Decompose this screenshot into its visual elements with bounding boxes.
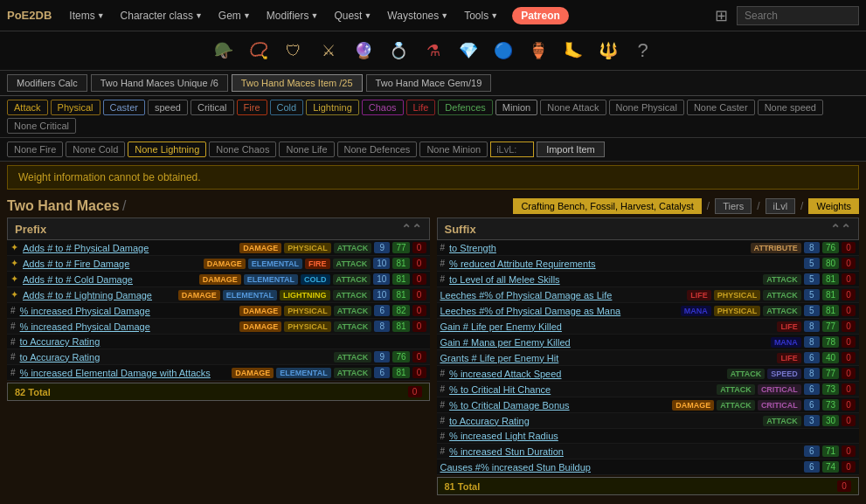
max-num: 77	[822, 321, 839, 332]
mod-name[interactable]: % increased Attack Speed	[449, 369, 724, 379]
tag-none-caster[interactable]: None Caster	[687, 100, 755, 115]
mod-name[interactable]: % reduced Attribute Requirements	[449, 259, 801, 269]
tag-none-life[interactable]: None Life	[279, 142, 334, 157]
table-row: Causes #% increased Stun Buildup 6 74 0	[437, 459, 860, 475]
mod-name[interactable]: Gain # Life per Enemy Killed	[440, 321, 775, 332]
mod-name[interactable]: Leeches #% of Physical Damage as Life	[440, 290, 685, 300]
hash-icon: #	[440, 400, 446, 410]
mod-name[interactable]: % increased Elemental Damage with Attack…	[20, 368, 230, 378]
mod-name[interactable]: % to Critical Hit Chance	[449, 384, 714, 395]
tag-life[interactable]: Life	[406, 100, 436, 115]
tag-fire[interactable]: Fire	[237, 100, 267, 115]
mod-name[interactable]: % increased Light Radius	[449, 431, 856, 441]
tag-lightning[interactable]: Lightning	[306, 100, 359, 115]
tag-critical[interactable]: Critical	[191, 100, 234, 115]
tag-none-chaos[interactable]: None Chaos	[209, 142, 276, 157]
tag-none-defences[interactable]: None Defences	[337, 142, 418, 157]
tag-physical[interactable]: Physical	[51, 100, 100, 115]
ctrl-ilvl[interactable]: iLvl	[766, 198, 796, 214]
import-item-button[interactable]: Import Item	[537, 142, 605, 157]
icon-question[interactable]: ?	[629, 37, 657, 65]
tag-none-critical[interactable]: None Critical	[7, 118, 76, 134]
mod-name[interactable]: Adds # to # Cold Damage	[23, 274, 197, 285]
badge-damage: DAMAGE	[204, 259, 246, 269]
tag-none-physical[interactable]: None Physical	[609, 100, 684, 115]
icon-ring[interactable]: 💍	[385, 37, 412, 65]
tag-none-minion[interactable]: None Minion	[419, 142, 488, 157]
mod-name[interactable]: Gain # Mana per Enemy Killed	[440, 337, 768, 348]
tag-minion[interactable]: Minion	[495, 100, 537, 115]
tag-defences[interactable]: Defences	[438, 100, 492, 115]
mod-name[interactable]: to Accuracy Rating	[449, 416, 760, 426]
patreon-button[interactable]: Patreon	[512, 7, 569, 24]
ilvl-input[interactable]	[490, 142, 534, 157]
hash-icon: #	[440, 416, 446, 425]
tab-gem[interactable]: Two Hand Mace Gem/19	[366, 74, 492, 92]
mod-name[interactable]: Causes #% increased Stun Buildup	[440, 462, 801, 473]
mod-name[interactable]: Adds # to # Fire Damage	[23, 259, 201, 269]
tier-num: 5	[804, 305, 820, 316]
tag-chaos[interactable]: Chaos	[362, 100, 404, 115]
mod-name[interactable]: Adds # to # Physical Damage	[23, 243, 237, 253]
tag-none-attack[interactable]: None Attack	[540, 100, 606, 115]
mod-name[interactable]: Leeches #% of Physical Damage as Mana	[440, 306, 678, 316]
ctrl-crafting[interactable]: Crafting Bench, Fossil, Harvest, Catalys…	[513, 198, 701, 214]
nav-quest[interactable]: Quest ▼	[329, 6, 377, 25]
icon-helm[interactable]: 🪖	[210, 37, 238, 65]
tag-speed[interactable]: speed	[148, 100, 188, 115]
tag-attack[interactable]: Attack	[7, 100, 48, 115]
tier-num: 6	[804, 399, 820, 411]
prefix-sort-icons[interactable]: ⌃⌃	[401, 222, 422, 236]
badge-damage: DAMAGE	[239, 306, 281, 316]
icon-flask[interactable]: ⚗	[419, 37, 447, 65]
zero-num: 0	[412, 321, 426, 332]
mod-name[interactable]: to Accuracy Rating	[20, 352, 331, 362]
nav-character-class[interactable]: Character class ▼	[115, 6, 208, 25]
ctrl-weights[interactable]: Weights	[808, 198, 859, 214]
tab-item[interactable]: Two Hand Maces Item /25	[232, 74, 363, 92]
tag-caster[interactable]: Caster	[103, 100, 145, 115]
table-row: # % reduced Attribute Requirements 5 80 …	[437, 256, 860, 272]
mod-name[interactable]: Grants # Life per Enemy Hit	[440, 353, 775, 363]
nav-waystones[interactable]: Waystones ▼	[382, 6, 454, 25]
mod-name[interactable]: % to Critical Damage Bonus	[449, 400, 669, 411]
tag-none-lightning[interactable]: None Lightning	[128, 142, 206, 157]
max-num: 74	[822, 461, 839, 473]
icon-sword[interactable]: ⚔	[315, 37, 343, 65]
icon-gem[interactable]: 💎	[454, 37, 482, 65]
tab-unique[interactable]: Two Hand Maces Unique /6	[91, 74, 228, 92]
mod-name[interactable]: Adds # to # Lightning Damage	[23, 290, 176, 300]
icon-rune[interactable]: 🔵	[489, 37, 517, 65]
icon-amulet[interactable]: 📿	[245, 37, 273, 65]
icon-boots[interactable]: 🦶	[559, 37, 587, 65]
mod-name[interactable]: to Strength	[449, 243, 747, 253]
tag-none-speed[interactable]: None speed	[758, 100, 823, 115]
ctrl-tiers[interactable]: Tiers	[715, 198, 752, 214]
mod-name[interactable]: to Accuracy Rating	[20, 336, 426, 347]
badge-attack: ATTACK	[334, 321, 372, 332]
nav-items[interactable]: Items ▼	[64, 6, 109, 25]
nav-modifiers[interactable]: Modifiers ▼	[261, 6, 324, 25]
tab-modifiers-calc[interactable]: Modifiers Calc	[7, 74, 87, 92]
language-icon[interactable]: ⊞	[715, 6, 728, 25]
icon-orb[interactable]: 🔮	[350, 37, 378, 65]
tag-none-cold[interactable]: None Cold	[66, 142, 125, 157]
mod-name[interactable]: % increased Physical Damage	[20, 321, 238, 332]
badge-physical: PHYSICAL	[284, 243, 331, 253]
nav-gem[interactable]: Gem ▼	[213, 6, 256, 25]
icon-shield[interactable]: 🛡	[280, 37, 308, 65]
badge-attack: ATTACK	[727, 369, 766, 379]
nav-tools[interactable]: Tools ▼	[459, 6, 503, 25]
mod-name[interactable]: % increased Physical Damage	[20, 306, 238, 316]
search-input[interactable]	[737, 6, 859, 25]
tag-cold[interactable]: Cold	[270, 100, 304, 115]
icon-belt[interactable]: 🏺	[524, 37, 552, 65]
badge-elemental: ELEMENTAL	[248, 259, 302, 269]
mod-name[interactable]: to Level of all Melee Skills	[449, 274, 760, 285]
suffix-sort-icons[interactable]: ⌃⌃	[830, 222, 851, 236]
zero-num: 0	[842, 242, 856, 253]
tag-none-fire[interactable]: None Fire	[7, 142, 63, 157]
max-num: 81	[392, 321, 409, 332]
mod-name[interactable]: % increased Stun Duration	[449, 446, 801, 457]
icon-mace[interactable]: 🔱	[594, 37, 622, 65]
